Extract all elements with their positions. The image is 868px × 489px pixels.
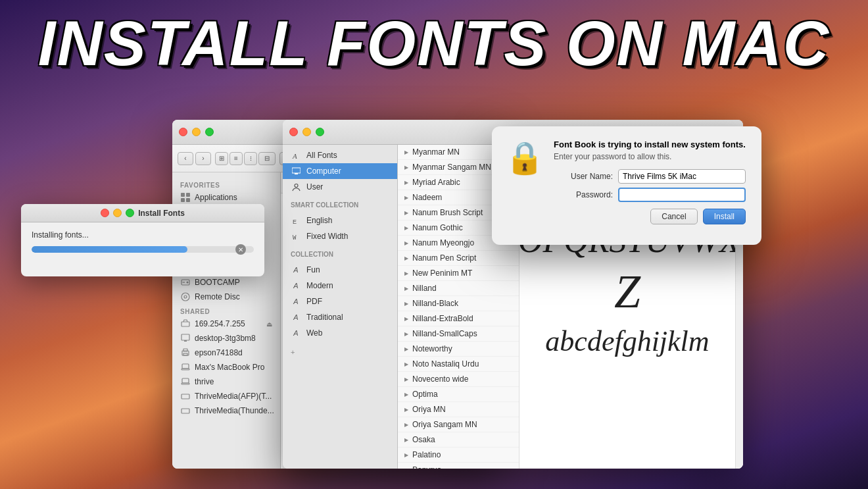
font-nilland[interactable]: ▶ Nilland [398, 281, 519, 296]
font-palatino[interactable]: ▶ Palatino [398, 448, 519, 463]
drive-icon [180, 277, 191, 288]
back-button[interactable]: ‹ [178, 152, 193, 165]
font-nilland-extrabold[interactable]: ▶ Nilland-ExtraBold [398, 311, 519, 326]
font-papyrus[interactable]: ▶ Papyrus [398, 463, 519, 469]
english-icon: E [291, 215, 301, 226]
font-osaka[interactable]: ▶ Osaka [398, 432, 519, 448]
install-body: Installing fonts... ✕ [21, 222, 264, 261]
fb-item-traditional[interactable]: A Traditional [283, 309, 397, 325]
arrow-icon-21: ▶ [404, 452, 408, 458]
dialog-subtitle: Enter your password to allow this. [554, 152, 746, 161]
username-field: User Name: [554, 169, 746, 184]
font-nilland-smallcaps[interactable]: ▶ Nilland-SmallCaps [398, 326, 519, 342]
fontbook-sidebar: A All Fonts Computer User Smar [283, 145, 398, 469]
svg-rect-0 [181, 193, 185, 197]
arrow-icon-20: ▶ [404, 437, 408, 443]
favorites-header: FAVORITES [172, 178, 280, 190]
sidebar-item-thrivemedia1[interactable]: ThriveMedia(AFP)(T... [172, 389, 280, 403]
font-oriya-mn[interactable]: ▶ Oriya MN [398, 402, 519, 417]
svg-rect-25 [181, 369, 189, 370]
fb-item-pdf[interactable]: A PDF [283, 294, 397, 309]
font-name-5: Nanum Brush Script [412, 208, 483, 217]
svg-point-33 [295, 184, 298, 187]
computer-font-icon [291, 166, 301, 176]
progress-close-button[interactable]: ✕ [235, 244, 246, 255]
font-name-7: Nanum Myeongjo [412, 238, 474, 247]
font-noto-nastaliq[interactable]: ▶ Noto Nastaliq Urdu [398, 357, 519, 372]
collection-section: A Fun A Modern A PDF A Traditional A W [283, 259, 397, 344]
sidebar-item-epson[interactable]: epson74188d [172, 346, 280, 360]
sidebar-item-thrive[interactable]: thrive [172, 374, 280, 389]
svg-rect-28 [181, 394, 189, 399]
close-button[interactable] [101, 209, 109, 217]
fb-item-fun[interactable]: A Fun [283, 262, 397, 278]
network-icon-3 [180, 391, 191, 401]
install-button[interactable]: Install [703, 209, 746, 224]
forward-button[interactable]: › [195, 152, 211, 165]
cancel-button[interactable]: Cancel [650, 209, 697, 224]
font-name-20: Osaka [412, 435, 435, 444]
sidebar-item-thrivemedia2[interactable]: ThriveMedia(Thunde... [172, 403, 280, 418]
font-novecento[interactable]: ▶ Novecento wide [398, 372, 519, 387]
finder-maximize-button[interactable] [205, 128, 214, 136]
svg-rect-23 [183, 353, 187, 355]
arrow-icon-4: ▶ [404, 195, 408, 201]
list-view-button[interactable]: ≡ [229, 152, 243, 165]
sidebar-item-applications[interactable]: Applications [172, 190, 280, 205]
column-view-button[interactable]: ⫶ [244, 152, 257, 165]
font-name-19: Oriya Sangam MN [412, 420, 477, 429]
minimize-button[interactable] [113, 209, 122, 217]
font-new-peninim[interactable]: ▶ New Peninim MT [398, 266, 519, 281]
password-input[interactable] [618, 188, 746, 202]
finder-close-button[interactable] [179, 128, 187, 136]
fb-item-computer[interactable]: Computer [283, 163, 397, 179]
svg-text:W: W [293, 234, 297, 241]
fb-item-english[interactable]: E English [283, 213, 397, 228]
font-name-4: Nadeem [412, 193, 442, 202]
add-collection-button[interactable]: + [283, 344, 397, 361]
svg-point-16 [181, 293, 189, 301]
font-oriya-sangam[interactable]: ▶ Oriya Sangam MN [398, 417, 519, 432]
font-noteworthy[interactable]: ▶ Noteworthy [398, 342, 519, 357]
svg-text:E: E [293, 219, 297, 225]
desktop-label: desktop-3tg3bm8 [195, 334, 256, 343]
font-optima[interactable]: ▶ Optima [398, 387, 519, 402]
svg-point-17 [184, 296, 187, 298]
all-fonts-icon: A [291, 150, 301, 161]
font-name-6: Nanum Gothic [412, 223, 463, 232]
fb-item-user[interactable]: User [283, 179, 397, 195]
font-nilland-black[interactable]: ▶ Nilland-Black [398, 296, 519, 311]
fb-item-fixed-width[interactable]: W Fixed Width [283, 228, 397, 244]
font-name-10: Nilland [412, 284, 437, 293]
sidebar-item-ip[interactable]: 169.254.7.255 ⏏ [172, 317, 280, 331]
fontbook-minimize-button[interactable] [302, 128, 311, 136]
printer-icon [180, 347, 191, 358]
sidebar-item-desktop[interactable]: desktop-3tg3bm8 [172, 331, 280, 346]
cover-flow-button[interactable]: ⊟ [258, 152, 276, 165]
sidebar-item-remotedisc[interactable]: Remote Disc [172, 290, 280, 304]
web-label: Web [306, 328, 322, 338]
eject-icon-1[interactable]: ⏏ [266, 321, 272, 328]
sidebar-item-maxbook[interactable]: Max's MacBook Pro [172, 360, 280, 374]
smart-collection-section: E English W Fixed Width [283, 210, 397, 247]
arrow-icon-22: ▶ [404, 467, 408, 469]
arrow-icon-2: ▶ [404, 165, 408, 170]
fb-item-web[interactable]: A Web [283, 325, 397, 341]
font-name-21: Palatino [412, 450, 441, 459]
fontbook-maximize-button[interactable] [316, 128, 324, 136]
font-name-18: Oriya MN [412, 405, 446, 414]
traditional-icon: A [291, 312, 301, 322]
sidebar-item-bootcamp[interactable]: BOOTCAMP [172, 275, 280, 290]
icon-view-button[interactable]: ⊞ [215, 152, 228, 165]
fontbook-close-button[interactable] [289, 128, 298, 136]
finder-minimize-button[interactable] [192, 128, 201, 136]
username-input[interactable] [618, 169, 746, 184]
maximize-button[interactable] [126, 209, 134, 217]
install-fonts-window: Install Fonts Installing fonts... ✕ [21, 204, 264, 276]
fb-item-all-fonts[interactable]: A All Fonts [283, 147, 397, 163]
fb-item-modern[interactable]: A Modern [283, 278, 397, 294]
preview-line3: Z [614, 265, 640, 319]
svg-rect-31 [292, 168, 301, 173]
collection-header: Collection [283, 247, 397, 259]
font-nanum-pen[interactable]: ▶ Nanum Pen Script [398, 251, 519, 266]
